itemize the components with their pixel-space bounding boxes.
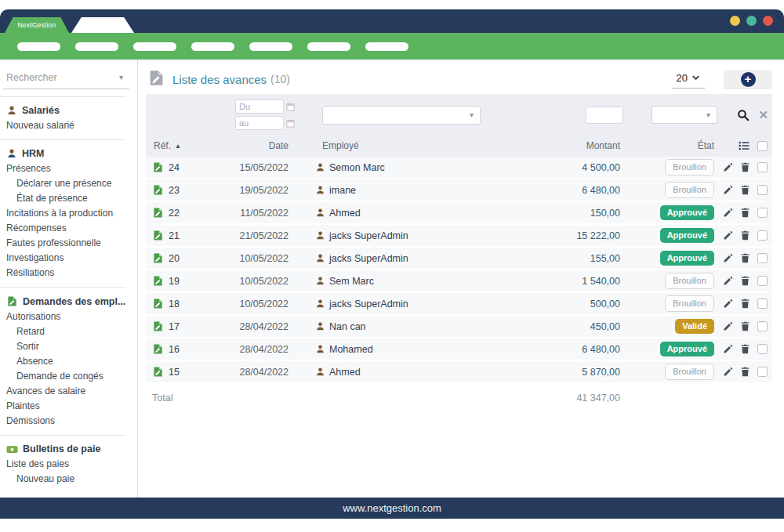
sidebar-item-liste-des-paies[interactable]: Liste des paies (0, 456, 137, 471)
delete-icon[interactable] (740, 253, 750, 263)
nav-menu-item[interactable] (75, 42, 118, 51)
delete-icon[interactable] (740, 321, 750, 331)
status-column-header[interactable]: État (623, 140, 717, 151)
sidebar-item-plaintes[interactable]: Plaintes (0, 398, 137, 413)
ref-cell[interactable]: 24 (146, 161, 209, 173)
employee-cell[interactable]: imane (295, 185, 514, 196)
sidebar-item-d-clarer-une-pr-sence[interactable]: Déclarer une présence (0, 176, 137, 190)
sidebar-item-r-siliations[interactable]: Résiliations (0, 265, 137, 280)
row-checkbox[interactable] (757, 321, 768, 331)
row-checkbox[interactable] (757, 162, 768, 172)
window-control-dot[interactable] (746, 16, 757, 26)
ref-cell[interactable]: 22 (146, 207, 209, 219)
sidebar-section-bulletins-de-paie[interactable]: Bulletins de paie (0, 442, 137, 456)
window-control-dot[interactable] (763, 16, 773, 26)
delete-icon[interactable] (740, 208, 750, 218)
active-browser-tab[interactable]: NextGestion (5, 17, 69, 33)
calendar-icon[interactable] (286, 103, 295, 111)
sidebar-item-r-compenses[interactable]: Récompenses (0, 220, 137, 235)
nav-menu-item[interactable] (133, 42, 176, 51)
row-checkbox[interactable] (757, 253, 768, 263)
employee-cell[interactable]: Nan can (295, 321, 514, 332)
search-icon[interactable] (737, 109, 750, 121)
add-advance-button[interactable]: + (724, 70, 772, 89)
employee-cell[interactable]: jacks SuperAdmin (295, 253, 514, 264)
inactive-browser-tab[interactable] (71, 17, 134, 33)
nav-menu-item[interactable] (191, 42, 234, 51)
ref-cell[interactable]: 19 (146, 275, 209, 287)
sidebar-section-demandes-des-empl[interactable]: Demandes des empl... (0, 294, 137, 309)
edit-icon[interactable] (723, 162, 733, 172)
page-size-select[interactable]: 20 (672, 71, 705, 89)
ref-column-header[interactable]: Réf. ▲ (146, 140, 209, 151)
ref-cell[interactable]: 16 (146, 343, 209, 355)
edit-icon[interactable] (723, 344, 733, 354)
date-to-input[interactable] (235, 116, 284, 130)
ref-cell[interactable]: 20 (146, 252, 209, 264)
edit-icon[interactable] (723, 299, 733, 309)
employee-cell[interactable]: Mohamed (295, 344, 514, 355)
delete-icon[interactable] (740, 162, 750, 172)
ref-cell[interactable]: 21 (146, 230, 209, 241)
date-from-input[interactable] (235, 100, 284, 114)
amount-filter-input[interactable] (586, 107, 623, 124)
row-checkbox[interactable] (757, 185, 768, 195)
edit-icon[interactable] (723, 367, 733, 377)
nav-menu-item[interactable] (307, 42, 350, 51)
edit-icon[interactable] (723, 276, 733, 286)
sidebar-item-nouveau-salari[interactable]: Nouveau salarié (0, 118, 137, 132)
sidebar-item-avances-de-salaire[interactable]: Avances de salaire (0, 383, 137, 398)
row-checkbox[interactable] (757, 230, 768, 241)
edit-icon[interactable] (723, 321, 733, 331)
date-column-header[interactable]: Date (209, 140, 295, 151)
employee-filter-select[interactable]: ▾ (322, 106, 481, 125)
select-all-checkbox[interactable] (757, 141, 768, 151)
row-checkbox[interactable] (757, 299, 768, 309)
footer-url[interactable]: www.nextgestion.com (343, 502, 441, 514)
delete-icon[interactable] (740, 344, 750, 354)
sidebar-item-autorisations[interactable]: Autorisations (0, 309, 137, 324)
ref-cell[interactable]: 23 (146, 184, 209, 196)
sidebar-item-absence[interactable]: Absence (0, 353, 137, 368)
sidebar-item-nouveau-paie[interactable]: Nouveau paie (0, 471, 137, 486)
amount-column-header[interactable]: Montant (514, 140, 623, 151)
sidebar-section-hrm[interactable]: HRM (0, 147, 137, 161)
nav-menu-item[interactable] (249, 42, 292, 51)
employee-cell[interactable]: Ahmed (295, 208, 514, 219)
employee-cell[interactable]: jacks SuperAdmin (295, 230, 514, 241)
employee-cell[interactable]: Sem Marc (295, 276, 514, 287)
nav-menu-item[interactable] (17, 42, 60, 51)
sidebar-item-tat-de-pr-sence[interactable]: État de présence (0, 190, 137, 205)
sidebar-search-select[interactable]: Rechercher ▾ (3, 69, 129, 89)
employee-column-header[interactable]: Employé (295, 140, 514, 151)
sidebar-item-demande-de-cong-s[interactable]: Demande de congés (0, 368, 137, 383)
sidebar-item-pr-sences[interactable]: Présences (0, 161, 137, 176)
ref-cell[interactable]: 15 (146, 366, 209, 378)
sidebar-item-retard[interactable]: Retard (0, 324, 137, 338)
ref-cell[interactable]: 18 (146, 298, 209, 309)
row-checkbox[interactable] (757, 367, 768, 377)
edit-icon[interactable] (723, 208, 733, 218)
edit-icon[interactable] (723, 230, 733, 241)
delete-icon[interactable] (740, 367, 750, 377)
sidebar-section-salari-s[interactable]: Salariés (0, 103, 137, 118)
edit-icon[interactable] (723, 253, 733, 263)
row-checkbox[interactable] (757, 276, 768, 286)
delete-icon[interactable] (740, 185, 750, 195)
sidebar-item-sortir[interactable]: Sortir (0, 338, 137, 353)
edit-icon[interactable] (723, 185, 733, 195)
employee-cell[interactable]: jacks SuperAdmin (295, 299, 514, 309)
status-filter-select[interactable]: ▾ (652, 106, 717, 124)
sidebar-item-investigations[interactable]: Investigations (0, 250, 137, 265)
employee-cell[interactable]: Semon Marc (295, 162, 514, 173)
list-view-icon[interactable] (738, 140, 750, 151)
row-checkbox[interactable] (757, 344, 768, 354)
delete-icon[interactable] (740, 230, 750, 241)
calendar-icon[interactable] (286, 119, 295, 128)
row-checkbox[interactable] (757, 208, 768, 218)
ref-cell[interactable]: 17 (146, 320, 209, 332)
sidebar-item-fautes-professionnelle[interactable]: Fautes professionnelle (0, 235, 137, 250)
employee-cell[interactable]: Ahmed (295, 367, 514, 378)
sidebar-item-d-missions[interactable]: Démissions (0, 413, 137, 428)
nav-menu-item[interactable] (365, 42, 408, 51)
